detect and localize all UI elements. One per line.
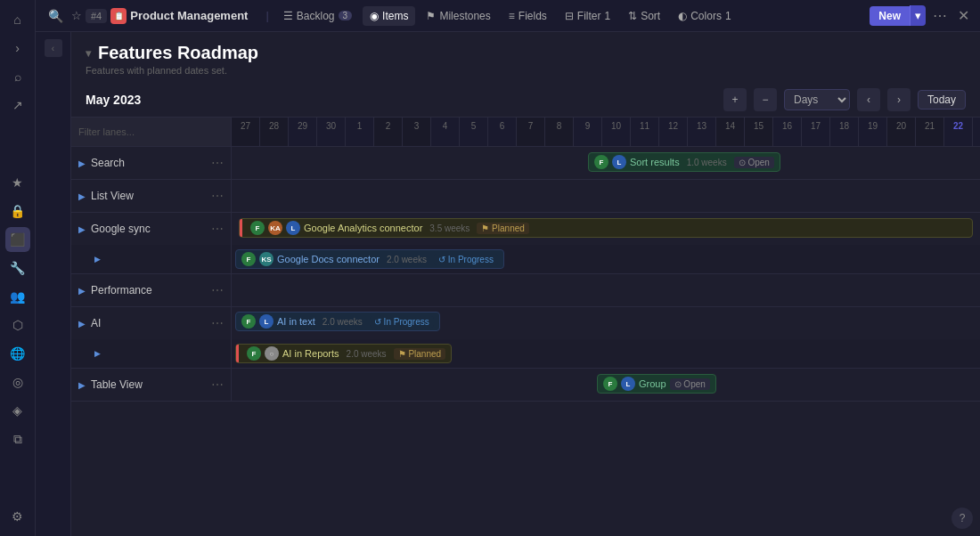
- filter-badge: 1: [605, 10, 611, 22]
- sublane-google-docs-header: ▶: [71, 245, 232, 273]
- new-button[interactable]: New: [870, 6, 910, 26]
- timeline-toolbar: May 2023 + − Days Weeks Months ‹ › Today: [71, 83, 980, 118]
- next-period-button[interactable]: ›: [887, 88, 911, 111]
- lane-performance: ▶ Performance ⋯: [71, 274, 980, 307]
- lane-list-more-icon[interactable]: ⋯: [211, 189, 224, 203]
- nav-items[interactable]: ◉ Items: [363, 6, 415, 26]
- view-select[interactable]: Days Weeks Months: [784, 89, 850, 110]
- avatar-l-ai: L: [259, 314, 274, 329]
- sidebar-icon-team[interactable]: 👥: [5, 284, 30, 309]
- topbar: 🔍 ☆ #4 📋 Product Management | ☰ Backlog …: [36, 0, 980, 32]
- sidebar-icon-box[interactable]: ⬛: [5, 227, 30, 252]
- sublane-google-docs: ▶ F KS Google Docs connector 2.0 weeks ↺…: [71, 245, 980, 273]
- date-cell-27a: 27: [232, 118, 260, 146]
- sidebar-icon-badge[interactable]: ◈: [5, 398, 30, 423]
- backlog-label: Backlog: [297, 10, 335, 22]
- sort-button[interactable]: ⇅ Sort: [621, 6, 667, 26]
- nav-milestones[interactable]: ⚑ Milestones: [419, 6, 497, 26]
- date-cell-19: 19: [859, 118, 887, 146]
- sidebar-icon-search[interactable]: ⌕: [5, 64, 30, 89]
- topbar-hash-badge: #4: [86, 9, 107, 23]
- lane-ai-expand-icon[interactable]: ▶: [78, 319, 86, 329]
- help-button[interactable]: ?: [951, 508, 973, 529]
- date-cell-3: 3: [403, 118, 431, 146]
- sidebar-icon-star[interactable]: ★: [5, 170, 30, 195]
- lane-ai-main: ▶ AI ⋯ F L AI in text 2.0 weeks: [71, 307, 980, 339]
- sidebar-icon-chart[interactable]: ↗: [5, 93, 30, 118]
- lane-table-view: ▶ Table View ⋯ F L Group ⊙ Open: [71, 369, 980, 402]
- sublane-ai-reports: ▶ F ○ AI in Reports 2.0 weeks ⚑ Planned: [71, 339, 980, 368]
- date-cell-22: 22: [944, 118, 973, 146]
- bar-ai-text-weeks: 2.0 weeks: [323, 317, 363, 327]
- lane-list-expand-icon[interactable]: ▶: [78, 191, 86, 201]
- topbar-search-icon[interactable]: 🔍: [43, 4, 68, 28]
- collapse-button[interactable]: ‹: [45, 39, 62, 57]
- date-cell-13: 13: [688, 118, 716, 146]
- today-button[interactable]: Today: [918, 90, 966, 110]
- sidebar-icon-home[interactable]: ⌂: [5, 7, 30, 32]
- lane-list-view-header: ▶ List View ⋯: [71, 180, 232, 212]
- fields-icon: ≡: [509, 10, 515, 22]
- prev-period-button[interactable]: ‹: [857, 88, 880, 111]
- bar-analytics-marker: [240, 219, 242, 237]
- lane-performance-expand-icon[interactable]: ▶: [78, 286, 86, 296]
- date-cell-30a: 30: [317, 118, 346, 146]
- lane-filter-input[interactable]: [71, 118, 232, 146]
- date-cell-4: 4: [431, 118, 460, 146]
- avatar-f-group: F: [603, 377, 617, 391]
- date-cell-29a: 29: [289, 118, 317, 146]
- lane-google-sync-main: ▶ Google sync ⋯ F KA L: [71, 213, 980, 245]
- nav-backlog[interactable]: ☰ Backlog 3: [276, 6, 359, 26]
- avatar-f-analytics: F: [250, 221, 265, 235]
- more-icon[interactable]: ⋯: [929, 7, 951, 24]
- nav-fields[interactable]: ≡ Fields: [502, 6, 554, 26]
- sidebar-icon-lock[interactable]: 🔒: [5, 199, 30, 223]
- sublane-docs-expand-icon[interactable]: ▶: [94, 255, 101, 264]
- date-cell-17: 17: [802, 118, 830, 146]
- lane-ai-more-icon[interactable]: ⋯: [211, 316, 224, 330]
- date-cell-7: 7: [517, 118, 545, 146]
- sidebar-icon-settings[interactable]: ⚙: [5, 504, 30, 529]
- zoom-out-button[interactable]: −: [754, 88, 777, 111]
- lane-google-more-icon[interactable]: ⋯: [211, 222, 224, 236]
- date-cell-5: 5: [460, 118, 488, 146]
- lane-table-more-icon[interactable]: ⋯: [211, 378, 224, 392]
- lane-google-sync-body: F KA L Google Analytics connector 3.5 we…: [232, 213, 980, 245]
- sidebar-icon-expand[interactable]: ›: [5, 36, 30, 61]
- bar-ai-reports: F ○ AI in Reports 2.0 weeks ⚑ Planned: [235, 344, 452, 363]
- date-cell-21: 21: [916, 118, 944, 146]
- topbar-star-icon[interactable]: ☆: [71, 9, 82, 22]
- sidebar-icon-puzzle[interactable]: ⧉: [5, 426, 30, 451]
- lane-search-expand-icon[interactable]: ▶: [78, 158, 86, 168]
- sidebar-icon-tool[interactable]: 🔧: [5, 256, 30, 280]
- date-cell-23: 23: [973, 118, 980, 146]
- sidebar-icon-target[interactable]: ◎: [5, 370, 30, 394]
- lane-search: ▶ Search ⋯ F L Sort results 1.0 weeks: [71, 147, 980, 180]
- bar-docs-label: Google Docs connector: [277, 254, 380, 264]
- bar-docs-status: ↺ In Progress: [434, 254, 498, 265]
- lane-search-more-icon[interactable]: ⋯: [211, 156, 224, 170]
- filter-button[interactable]: ⊟ Filter 1: [558, 6, 617, 26]
- lane-table-expand-icon[interactable]: ▶: [78, 380, 86, 390]
- bar-analytics-label: Google Analytics connector: [304, 223, 422, 233]
- colors-button[interactable]: ◐ Colors 1: [671, 6, 738, 26]
- lane-google-expand-icon[interactable]: ▶: [78, 224, 86, 234]
- lane-google-label: Google sync: [91, 223, 206, 235]
- lane-performance-header: ▶ Performance ⋯: [71, 274, 232, 306]
- date-cell-18: 18: [830, 118, 859, 146]
- bar-ai-reports-weeks: 2.0 weeks: [347, 349, 387, 359]
- sublane-ai-reports-body: F ○ AI in Reports 2.0 weeks ⚑ Planned: [232, 339, 980, 368]
- sidebar: ⌂ › ⌕ ↗ ★ 🔒 ⬛ 🔧 👥 ⬡ 🌐 ◎ ◈ ⧉ ⚙: [0, 0, 36, 536]
- date-cell-6: 6: [488, 118, 517, 146]
- lane-search-header: ▶ Search ⋯: [71, 147, 232, 179]
- new-button-arrow[interactable]: ▾: [910, 5, 926, 26]
- date-cell-15: 15: [745, 118, 773, 146]
- sublane-ai-expand-icon[interactable]: ▶: [94, 349, 101, 358]
- collapse-title-icon[interactable]: ▾: [86, 47, 91, 60]
- date-cell-14: 14: [716, 118, 745, 146]
- lane-performance-more-icon[interactable]: ⋯: [211, 283, 224, 297]
- sidebar-icon-node[interactable]: ⬡: [5, 313, 30, 337]
- sidebar-icon-globe[interactable]: 🌐: [5, 341, 30, 366]
- zoom-in-button[interactable]: +: [723, 88, 747, 111]
- close-icon[interactable]: ✕: [954, 7, 973, 24]
